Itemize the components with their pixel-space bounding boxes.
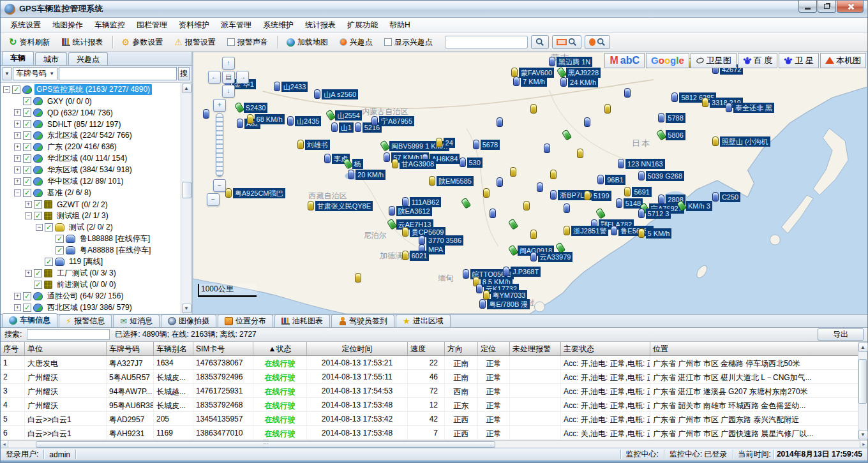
map-marker[interactable]: 5039 G268 [638,171,684,181]
map-marker[interactable] [604,104,611,114]
map-marker[interactable]: 5 KM/h [638,228,672,239]
column-header-SIM卡号[interactable]: SIM卡号 [193,342,253,355]
tree-checkbox[interactable]: ✓ [45,258,53,266]
map-marker[interactable] [544,143,550,153]
map-marker[interactable] [530,230,537,239]
tree-node[interactable]: +✓华中区域 (12/ 89/ 101) [2,176,181,187]
tree-node[interactable]: +✓西北区域 (193/ 386/ 579) [2,302,181,314]
tree-node[interactable]: ✓前进测试 (0/ 0/ 0) [2,279,181,291]
column-header-主要状态[interactable]: 主要状态 [561,342,650,355]
table-scroll-up-icon[interactable]: ▲ [858,342,868,352]
tree-expander-icon[interactable]: + [14,304,21,311]
restore-button[interactable] [818,1,836,13]
tree-checkbox[interactable]: ✓ [23,108,31,117]
tree-checkbox[interactable]: ✓ [12,85,20,94]
map-provider-local-button[interactable]: 本机图 [820,53,866,68]
table-search-input[interactable] [27,329,110,340]
map-marker[interactable] [497,177,503,187]
export-button[interactable]: 导出 [818,328,864,341]
map-marker[interactable]: 6021 [402,251,429,261]
map-marker[interactable]: 刘雄书 [297,140,330,150]
tree-checkbox[interactable]: ✓ [34,200,42,209]
tab-进出区域[interactable]: ★进出区域 [396,314,451,327]
map-marker[interactable] [483,188,490,198]
column-header-车辆别名[interactable]: 车辆别名 [154,342,193,355]
tree-checkbox[interactable]: ✓ [23,154,31,163]
map-marker[interactable] [523,201,530,210]
tab-车辆[interactable]: 车辆 [2,51,34,65]
map-marker[interactable]: 甘肃张义民QY8E [308,201,373,211]
column-header-定位[interactable]: 定位 [478,342,510,355]
tree-checkbox[interactable]: ✓ [23,292,31,300]
map-marker[interactable]: 5678 [473,140,500,150]
tree-node[interactable]: −✓测试组 (2/ 1/ 3) [2,210,181,222]
map-marker[interactable]: 黑AJ9228 [558,68,601,78]
map-marker[interactable]: C250 [712,192,740,202]
tree-expander-icon[interactable]: + [14,166,21,173]
map-marker[interactable] [463,198,469,208]
tree-checkbox[interactable]: ✓ [45,223,53,231]
map-provider-satmap-button[interactable]: 卫星图 [691,53,737,68]
tree-checkbox[interactable]: ✓ [23,120,31,128]
tree-checkbox[interactable]: ✓ [23,97,31,105]
map-search-input[interactable] [445,36,528,48]
map-marker[interactable]: 粤E/780B 漫 [479,299,530,309]
tree-node[interactable]: ✓119 [离线] [2,256,181,268]
map-marker[interactable]: 照壁山 (小沟机 [712,136,770,147]
zoom-out-button-2[interactable]: − [207,193,220,206]
tree-expander-icon[interactable]: + [14,155,21,162]
map-marker[interactable] [510,167,516,177]
map-marker[interactable]: 111AB62 [402,197,442,207]
tree-checkbox[interactable]: ✓ [23,131,31,140]
column-header-▲状态[interactable]: ▲状态 [253,342,307,355]
tree-checkbox[interactable]: ✓ [34,269,42,277]
toolbar-显示兴趣点[interactable]: 显示兴趣点 [378,34,438,50]
map-marker[interactable]: 山1 [331,122,354,133]
map-marker[interactable]: 5806 [658,130,685,140]
toolbar-报警设置[interactable]: ⚠报警设置 [168,34,221,50]
map-marker[interactable]: 20 KM/h [348,170,385,180]
table-scroll-down-icon[interactable]: ▼ [858,430,868,439]
map-marker[interactable]: 24 [436,138,455,148]
tab-图像拍摄[interactable]: 图像拍摄 [161,314,216,327]
map-provider-google-button[interactable]: Google [646,53,689,68]
column-header-方向[interactable]: 方向 [445,342,478,355]
table-row[interactable]: 6白云>>白云1粤AH9231116913863477010在线行驶2014-0… [1,426,858,440]
tree-checkbox[interactable]: ✓ [23,166,31,174]
map-provider-baidu-button[interactable]: 百 度 [738,53,778,68]
tree-expander-icon[interactable]: − [14,189,21,196]
tree-expander-icon[interactable]: + [25,201,32,208]
toolbar-报警声音[interactable]: 报警声音 [221,34,274,50]
pan-down-button[interactable]: ↓ [222,85,235,98]
tree-node[interactable]: +✓广东 (220/ 416/ 636) [2,142,181,153]
column-header-未处理报警[interactable]: 未处理报警 [510,342,561,355]
zoom-slider[interactable] [216,113,223,177]
map-marker[interactable]: 陕EA3612 [389,206,432,216]
map-marker[interactable]: 山2433 [274,82,308,92]
map-marker[interactable]: 96B1 [597,175,625,185]
tree-scrollbar[interactable]: ▲ ▼ [181,83,191,314]
tab-城市[interactable]: 城市 [35,52,67,65]
map-marker[interactable] [530,104,537,114]
pan-left-button[interactable]: ← [208,71,221,84]
checkbox-icon[interactable] [384,38,392,46]
table-row[interactable]: 4广州耀沃95粤AU6R38长城皮...18353792468在线行驶2014-… [1,398,858,412]
column-header-单位[interactable]: 单位 [25,342,107,355]
tree-checkbox[interactable]: ✓ [23,143,31,151]
tree-node[interactable]: +✓SDHLT (85/ 112/ 197) [2,119,181,130]
map-marker[interactable]: 5691 [624,187,651,197]
menu-item[interactable]: 系统维护 [257,18,299,33]
pan-up-button[interactable]: ↑ [222,57,235,70]
tab-报警信息[interactable]: ⚡报警信息 [59,314,112,327]
map-marker[interactable]: 68 KM/h [247,114,285,124]
menu-item[interactable]: 系统设置 [4,18,47,33]
toolbar-统计报表[interactable]: 统计报表 [56,34,109,50]
map-marker[interactable]: 粤A925CM强巴 [225,188,285,198]
table-row[interactable]: 2广州耀沃5粤AU5R57长城皮...18353792496在线行驶2014-0… [1,370,858,384]
minimize-button[interactable] [798,1,817,13]
map-marker[interactable]: 浙J2851警 [564,226,608,236]
map-marker[interactable]: 5788 [658,113,685,123]
tree-expander-icon[interactable]: − [3,86,10,93]
tree-expander-icon[interactable]: − [36,224,43,231]
map-marker[interactable] [490,209,496,218]
